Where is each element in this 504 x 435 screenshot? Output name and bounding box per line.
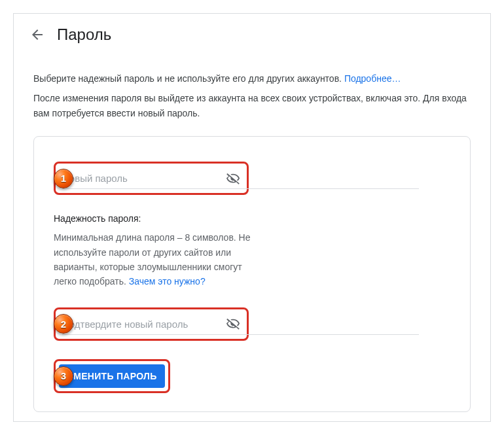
password-strength-section: Надежность пароля: Минимальная длина пар… bbox=[54, 213, 263, 289]
new-password-highlight bbox=[54, 162, 249, 195]
back-arrow-icon[interactable] bbox=[29, 27, 45, 43]
visibility-off-icon[interactable] bbox=[226, 171, 240, 186]
confirm-password-row: 2 bbox=[54, 307, 450, 341]
change-password-button[interactable]: СМЕНИТЬ ПАРОЛЬ bbox=[59, 364, 165, 388]
description-line1: Выберите надежный пароль и не используйт… bbox=[33, 71, 471, 86]
password-page: Пароль Выберите надежный пароль и не исп… bbox=[13, 13, 491, 422]
confirm-password-highlight bbox=[54, 307, 249, 341]
submit-row: СМЕНИТЬ ПАРОЛЬ 3 bbox=[54, 341, 450, 393]
learn-more-link[interactable]: Подробнее… bbox=[344, 73, 401, 84]
callout-badge-3: 3 bbox=[54, 366, 73, 386]
callout-badge-1: 1 bbox=[54, 169, 73, 188]
new-password-input[interactable] bbox=[62, 169, 226, 188]
input-underline bbox=[62, 188, 419, 189]
visibility-off-icon[interactable] bbox=[226, 317, 240, 331]
content-area: Выберите надежный пароль и не используйт… bbox=[14, 71, 490, 425]
page-title: Пароль bbox=[57, 26, 111, 44]
desc-text-1: Выберите надежный пароль и не используйт… bbox=[33, 73, 344, 84]
description-line2: После изменения пароля вы выйдете из акк… bbox=[33, 91, 471, 120]
new-password-row: 1 bbox=[54, 162, 450, 195]
strength-text: Минимальная длина пароля – 8 символов. Н… bbox=[54, 230, 263, 289]
page-header: Пароль bbox=[14, 14, 490, 56]
why-link[interactable]: Зачем это нужно? bbox=[129, 276, 206, 287]
password-form-card: 1 Надежность пароля: Минимальная длина п… bbox=[33, 136, 471, 412]
strength-title: Надежность пароля: bbox=[54, 213, 263, 224]
confirm-password-input[interactable] bbox=[62, 315, 226, 334]
input-underline bbox=[62, 334, 419, 335]
